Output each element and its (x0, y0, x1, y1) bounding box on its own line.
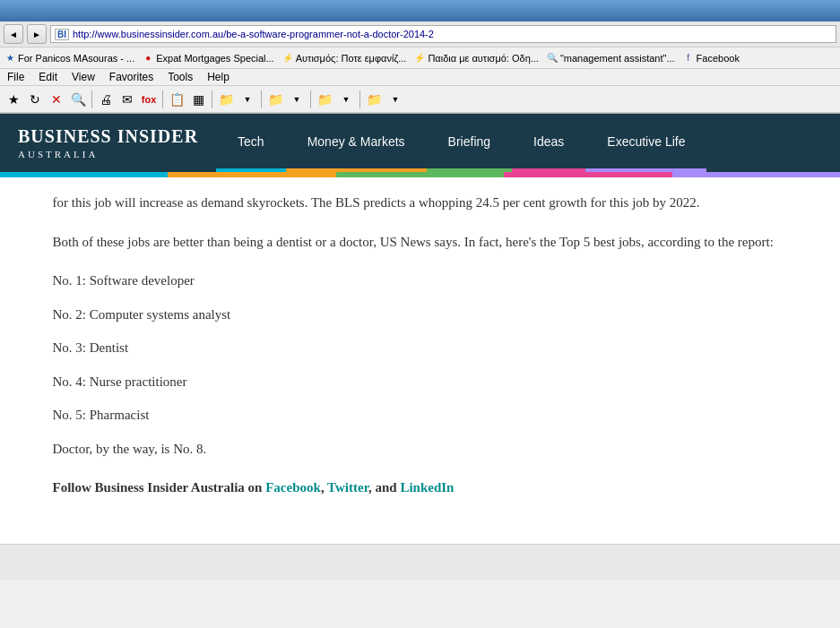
menu-bar: File Edit View Favorites Tools Help (0, 69, 840, 86)
toolbar-btn4[interactable]: 📋 (167, 90, 186, 109)
color-bar-money (168, 172, 335, 177)
toolbar-print[interactable]: 🖨 (96, 90, 116, 109)
bookmark-label-4: Παιδια με αυτισμό: Οδη... (428, 53, 539, 64)
color-bars (0, 172, 840, 177)
bookmark-icon-4: ⚡ (413, 52, 426, 65)
toolbar: ★ ↻ ✕ 🔍 🖨 ✉ fox 📋 ▦ 📁 ▼ 📁 ▼ 📁 ▼ 📁 ▼ (0, 86, 840, 113)
bookmarks-bar: ★ For Panicos MAsouras - ... ● Expat Mor… (0, 47, 840, 69)
bookmark-label-6: Facebook (697, 53, 740, 64)
toolbar-btn5[interactable]: ▦ (188, 90, 208, 109)
page-wrapper: Business Insider Australia Tech Money & … (0, 114, 840, 544)
facebook-link[interactable]: Facebook (265, 480, 321, 495)
back-button[interactable]: ◄ (4, 24, 23, 44)
address-text: http://www.businessinsider.com.au/be-a-s… (73, 29, 434, 39)
and-text: , and (368, 480, 400, 495)
toolbar-chevron4[interactable]: ▼ (385, 90, 405, 109)
bookmark-item-1[interactable]: ★ For Panicos MAsouras - ... (4, 52, 134, 65)
bookmark-label-2: Expat Mortgages Special... (156, 53, 273, 64)
site-header: Business Insider Australia Tech Money & … (0, 114, 840, 172)
nav-menu: Tech Money & Markets Briefing Ideas Exec… (216, 114, 840, 172)
page-footer (0, 544, 840, 580)
toolbar-refresh[interactable]: ↻ (25, 90, 45, 109)
follow-label: Follow Business Insider Australia on (53, 480, 266, 495)
toolbar-sep-2 (162, 90, 163, 108)
nav-bar: ◄ ► BI http://www.businessinsider.com.au… (0, 22, 840, 47)
toolbar-search[interactable]: 🔍 (68, 90, 88, 109)
nav-label-money: Money & Markets (307, 134, 405, 149)
menu-help[interactable]: Help (207, 71, 229, 83)
follow-line: Follow Business Insider Australia on Fac… (53, 477, 788, 500)
bookmark-label-1: For Panicos MAsouras - ... (18, 53, 134, 64)
nav-item-executive[interactable]: Executive Life (585, 114, 706, 172)
color-bar-tech (0, 172, 168, 177)
nav-item-money[interactable]: Money & Markets (286, 114, 427, 172)
bookmark-item-5[interactable]: 🔍 "management assistant"... (546, 52, 675, 65)
nav-label-executive: Executive Life (607, 134, 685, 149)
toolbar-chevron1[interactable]: ▼ (238, 90, 257, 109)
bookmark-icon-1: ★ (4, 52, 16, 65)
nav-item-briefing[interactable]: Briefing (427, 114, 512, 172)
article-body: for this job will increase as demand sky… (35, 177, 806, 536)
logo-main: Business Insider (18, 126, 198, 147)
toolbar-folder1[interactable]: 📁 (216, 90, 236, 109)
bookmark-icon-6: f (682, 52, 695, 65)
toolbar-sep-1 (91, 90, 92, 108)
bookmark-icon-2: ● (142, 52, 154, 65)
toolbar-btn3[interactable]: fox (139, 90, 159, 109)
bookmark-item-6[interactable]: f Facebook (682, 52, 740, 65)
toolbar-chevron2[interactable]: ▼ (287, 90, 307, 109)
list-item-3: No. 3: Dentist (53, 337, 788, 360)
list-item-1: No. 1: Software developer (53, 270, 788, 293)
linkedin-link[interactable]: LinkedIn (400, 480, 454, 495)
toolbar-sep-6 (359, 90, 360, 108)
toolbar-sep-3 (212, 90, 212, 108)
browser-icon: BI (55, 29, 69, 40)
forward-button[interactable]: ► (27, 24, 47, 44)
bookmark-item-4[interactable]: ⚡ Παιδια με αυτισμό: Οδη... (413, 52, 539, 65)
nav-label-ideas: Ideas (533, 134, 564, 149)
list-item-4: No. 4: Nurse practitioner (53, 371, 788, 394)
doctor-note: Doctor, by the way, is No. 8. (53, 438, 788, 461)
twitter-link[interactable]: Twitter (327, 480, 368, 495)
toolbar-star[interactable]: ★ (4, 90, 23, 109)
toolbar-mail[interactable]: ✉ (117, 90, 137, 109)
menu-file[interactable]: File (7, 71, 24, 83)
bookmark-item-2[interactable]: ● Expat Mortgages Special... (142, 52, 273, 65)
list-item-2: No. 2: Computer systems analyst (53, 304, 788, 327)
bookmark-icon-5: 🔍 (546, 52, 559, 65)
nav-item-ideas[interactable]: Ideas (512, 114, 585, 172)
nav-label-briefing: Briefing (448, 134, 490, 149)
toolbar-folder4[interactable]: 📁 (364, 90, 384, 109)
toolbar-sep-5 (310, 90, 311, 108)
article-intro: for this job will increase as demand sky… (53, 192, 788, 215)
site-logo: Business Insider Australia (0, 114, 216, 172)
article-para-1: Both of these jobs are better than being… (53, 231, 788, 254)
title-bar (0, 0, 840, 22)
toolbar-chevron3[interactable]: ▼ (336, 90, 356, 109)
menu-tools[interactable]: Tools (168, 71, 193, 83)
color-bar-executive (672, 172, 840, 177)
address-bar[interactable]: BI http://www.businessinsider.com.au/be-… (50, 25, 836, 43)
nav-item-tech[interactable]: Tech (216, 114, 286, 172)
nav-label-tech: Tech (238, 134, 264, 149)
browser-chrome: ◄ ► BI http://www.businessinsider.com.au… (0, 0, 840, 114)
logo-text: Business Insider Australia (18, 126, 198, 159)
toolbar-folder3[interactable]: 📁 (315, 90, 334, 109)
toolbar-folder2[interactable]: 📁 (265, 90, 285, 109)
bookmark-icon-3: ⚡ (281, 52, 294, 65)
menu-edit[interactable]: Edit (39, 71, 57, 83)
color-bar-ideas (504, 172, 671, 177)
logo-sub: Australia (18, 149, 198, 159)
follow-text: Follow Business Insider Australia on Fac… (53, 480, 455, 495)
bookmark-item-3[interactable]: ⚡ Αυτισμός: Ποτε εμφανίζ... (281, 52, 407, 65)
bookmark-label-5: "management assistant"... (560, 53, 675, 64)
color-bar-briefing (336, 172, 504, 177)
toolbar-stop[interactable]: ✕ (47, 90, 66, 109)
bookmark-label-3: Αυτισμός: Ποτε εμφανίζ... (296, 53, 407, 64)
toolbar-sep-4 (261, 90, 262, 108)
menu-view[interactable]: View (72, 71, 95, 83)
menu-favorites[interactable]: Favorites (109, 71, 153, 83)
list-item-5: No. 5: Pharmacist (53, 404, 788, 427)
